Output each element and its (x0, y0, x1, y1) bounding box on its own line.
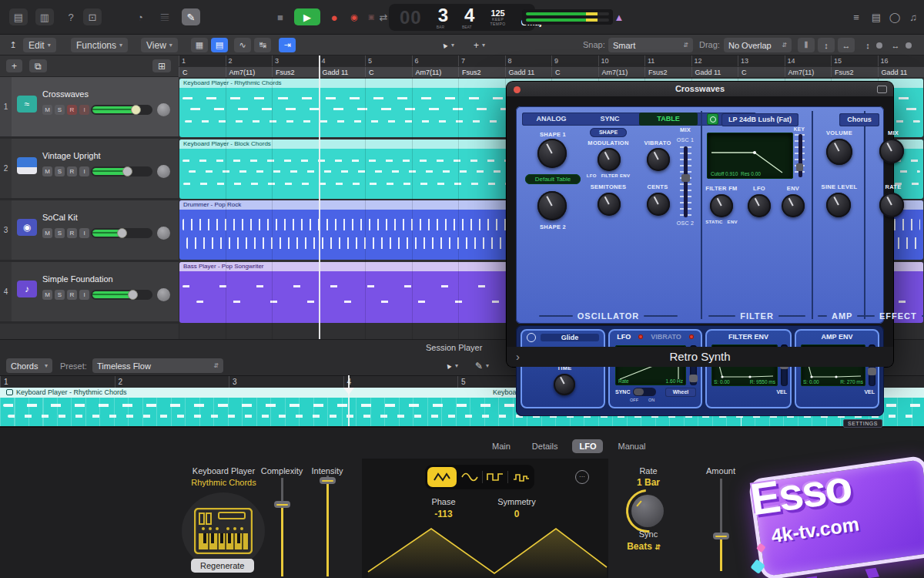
ruler-bar[interactable]: 3 (272, 55, 319, 66)
filter-preset-dropdown[interactable]: LP 24dB Lush (Fat) (721, 113, 798, 126)
shape-modulation-knob[interactable] (598, 148, 621, 171)
list-editors-icon[interactable]: ≡ (847, 8, 865, 25)
chord-cell[interactable]: Fsus2 (644, 67, 691, 77)
volume-slider[interactable] (91, 105, 152, 115)
track-header-simple-foundation[interactable]: 4 ♪ Simple Foundation MSRI (0, 262, 179, 322)
vibrato-title[interactable]: VIBRATO (651, 333, 681, 341)
pencil-mode-icon[interactable]: ✎ (182, 8, 200, 25)
pan-knob[interactable] (157, 288, 170, 301)
editor-ruler-bar[interactable]: 3 (229, 376, 343, 388)
catch-playhead-icon[interactable]: ⇥ (279, 38, 296, 52)
track-button[interactable]: S (55, 166, 65, 176)
ruler-bar[interactable]: 5 (365, 55, 412, 66)
filter-lfo-knob[interactable] (748, 194, 771, 217)
snap-dropdown[interactable]: Smart⇵ (608, 38, 693, 52)
regenerate-button[interactable]: Regenerate (191, 559, 254, 573)
chord-cell[interactable]: Fsus2 (272, 67, 319, 77)
filter-env-knob[interactable] (782, 194, 805, 217)
ruler-bar[interactable]: 6 (412, 55, 459, 66)
phase-value[interactable]: -113 (420, 509, 467, 519)
track-button[interactable]: S (55, 290, 65, 300)
tab-main[interactable]: Main (485, 439, 517, 453)
editor-ruler-bar[interactable]: 4 (343, 376, 458, 388)
help-icon[interactable]: ? (62, 8, 80, 25)
h-zoom-slider[interactable]: ↔ (887, 38, 904, 52)
chords-dropdown[interactable]: Chords▾ (6, 358, 52, 373)
ruler-bar[interactable]: 9 (551, 55, 598, 66)
playhead-marker[interactable] (343, 388, 354, 395)
ruler-bar[interactable]: 11 (644, 55, 691, 66)
sine-level-knob[interactable] (826, 193, 851, 217)
tab-table[interactable]: TABLE (639, 113, 698, 126)
plugin-window-crosswaves[interactable]: Crosswaves ANALOG SYNC TABLE FM SHAPE 1 … (507, 82, 893, 367)
more-options-icon[interactable]: ··· (575, 470, 589, 484)
tab-manual[interactable]: Manual (611, 439, 652, 453)
rate-value[interactable]: 1 Bar (625, 477, 671, 488)
tuning-icon[interactable]: ◔ (131, 8, 149, 25)
random-wave-button[interactable] (510, 467, 532, 487)
complexity-slider[interactable] (281, 478, 283, 576)
track-button[interactable]: M (42, 290, 52, 300)
track-button[interactable]: R (67, 228, 77, 238)
track-buttons[interactable]: MSRI (42, 290, 89, 300)
wavetable-display[interactable]: Default Table (525, 174, 581, 184)
library-icon[interactable]: ▤ (9, 8, 28, 25)
track-name[interactable]: SoCal Kit (42, 213, 78, 222)
ruler-bar[interactable]: 1 (179, 55, 226, 66)
chord-cell[interactable]: C (738, 67, 785, 77)
record-button[interactable]: ● (325, 8, 343, 25)
pointer-tool[interactable]: ▲▾ (435, 38, 460, 52)
vibrato-knob[interactable] (647, 148, 670, 171)
loop-browser-icon[interactable]: ◯ (886, 8, 904, 25)
sine-wave-button[interactable] (458, 467, 480, 487)
chord-cell[interactable]: Am7(11) (226, 67, 273, 77)
glide-power-icon[interactable] (527, 333, 536, 342)
lfo-title[interactable]: LFO (617, 333, 631, 341)
chord-cell[interactable]: Gadd 11 (319, 67, 366, 77)
toolbar-box-icon[interactable]: ⊡ (83, 8, 102, 25)
plugin-title[interactable]: Crosswaves (507, 82, 893, 96)
track-button[interactable]: I (79, 290, 89, 300)
lcd-display[interactable]: 00 3BAR 4BEAT 125 KEEP TEMPO 4/4 Cmaj ▾ (389, 4, 535, 31)
ruler-bar[interactable]: 2 (226, 55, 273, 66)
lfo-wheel-button[interactable]: Wheel (665, 388, 696, 397)
ruler-bar[interactable]: 4 (319, 55, 366, 66)
filter-fm-knob[interactable] (710, 194, 733, 217)
chord-cell[interactable]: C (551, 67, 598, 77)
chord-cell[interactable]: Gadd 11 (878, 67, 924, 77)
track-button[interactable]: S (55, 228, 65, 238)
duplicate-track-button[interactable]: ⧉ (29, 59, 47, 72)
playhead[interactable] (319, 55, 320, 339)
editor-playhead[interactable] (348, 375, 350, 426)
track-button[interactable]: R (67, 290, 77, 300)
add-track-button[interactable]: + (6, 59, 22, 72)
note-pads-icon[interactable]: ▤ (867, 8, 886, 25)
ruler-bar[interactable]: 16 (878, 55, 924, 66)
track-buttons[interactable]: MSRI (42, 105, 89, 115)
lfo-record-dot[interactable] (638, 334, 643, 339)
shape2-knob[interactable] (537, 191, 567, 220)
drag-dropdown[interactable]: No Overlap⇵ (724, 38, 792, 52)
volume-slider[interactable] (91, 166, 152, 176)
track-button[interactable]: S (55, 105, 65, 115)
chord-cell[interactable]: Gadd 11 (691, 67, 738, 77)
pan-knob[interactable] (157, 165, 170, 178)
ruler-bar[interactable]: 13 (738, 55, 785, 66)
effect-type-dropdown[interactable]: Chorus (839, 113, 879, 126)
vertical-zoom-icon[interactable]: ↕ (818, 38, 835, 52)
settings-button[interactable]: SETTINGS (843, 419, 882, 428)
volume-knob[interactable] (826, 139, 852, 165)
track-name[interactable]: Simple Foundation (42, 274, 113, 284)
grid-icon[interactable]: ▦ (191, 38, 208, 52)
symmetry-value[interactable]: 0 (491, 509, 542, 519)
tab-lfo[interactable]: LFO (572, 439, 603, 453)
pan-knob[interactable] (157, 103, 170, 116)
play-button[interactable]: ▶ (294, 8, 320, 25)
shape1-knob[interactable] (537, 139, 567, 168)
track-button[interactable]: M (42, 166, 52, 176)
waveform-zoom-icon[interactable]: ⦀ (798, 38, 815, 52)
capture-record-button[interactable]: ◉ (345, 8, 363, 25)
h-zoom-knob[interactable] (906, 42, 912, 49)
editor-ruler-bar[interactable]: 1 (0, 376, 115, 388)
key-slider[interactable] (795, 134, 805, 177)
